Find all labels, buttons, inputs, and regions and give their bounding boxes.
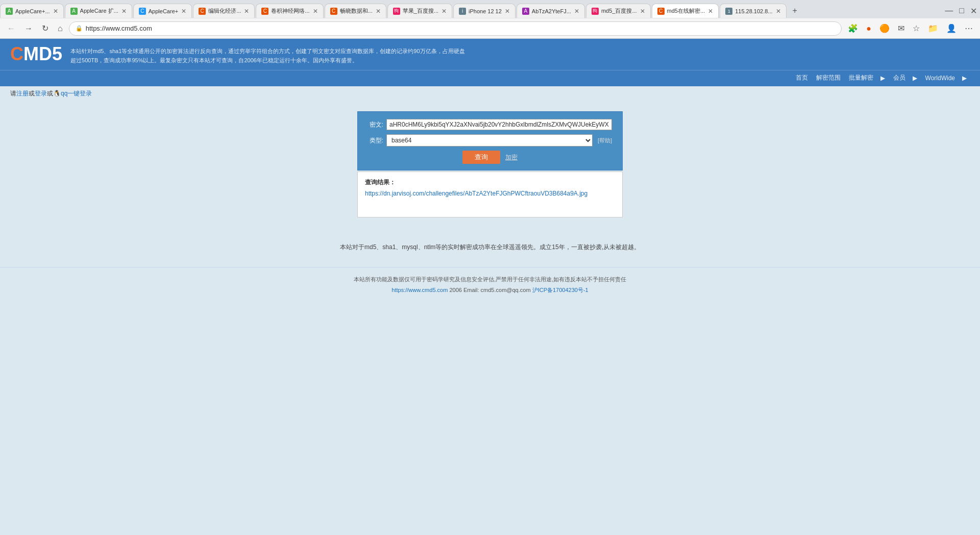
tab-11[interactable]: C md5在线解密... ✕ bbox=[652, 4, 719, 18]
site-description: 本站针对md5、sha1等全球通用公开的加密算法进行反向查询，通过穷举字符组合的… bbox=[70, 45, 469, 65]
nav-actions: 🧩 ● 🟠 ✉ ☆ 📁 👤 ⋯ bbox=[845, 21, 976, 35]
tab-1[interactable]: A AppleCare+... ✕ bbox=[0, 4, 64, 18]
user-button[interactable]: 👤 bbox=[943, 21, 960, 35]
menu-button[interactable]: ⋯ bbox=[962, 21, 976, 35]
nav-member-arrow: ▶ bbox=[910, 74, 920, 83]
minimize-button[interactable]: — bbox=[942, 4, 956, 17]
tab-close-1[interactable]: ✕ bbox=[53, 8, 58, 15]
login-or-2: 或 bbox=[47, 90, 53, 97]
close-window-button[interactable]: ✕ bbox=[967, 4, 980, 18]
account-button[interactable]: 🟠 bbox=[876, 21, 893, 35]
tab-3[interactable]: C AppleCare+ ✕ bbox=[133, 4, 192, 18]
nav-worldwide[interactable]: WorldWide bbox=[922, 74, 958, 83]
tab-close-8[interactable]: ✕ bbox=[505, 8, 510, 15]
forward-button[interactable]: → bbox=[21, 22, 36, 35]
nav-batch-decrypt[interactable]: 批量解密 bbox=[846, 72, 876, 83]
tab-close-6[interactable]: ✕ bbox=[376, 8, 381, 15]
tab-close-5[interactable]: ✕ bbox=[313, 8, 318, 15]
tab-favicon-1: A bbox=[6, 8, 13, 15]
tab-label-9: AbTzA2YteFJ... bbox=[532, 8, 571, 14]
login-link[interactable]: 登录 bbox=[35, 90, 47, 97]
cipher-input[interactable] bbox=[386, 119, 612, 130]
qq-icon: 🐧 bbox=[53, 90, 61, 97]
tab-5[interactable]: C 卷积神经网络... ✕ bbox=[256, 4, 323, 18]
query-button[interactable]: 查询 bbox=[462, 151, 500, 164]
nav-member[interactable]: 会员 bbox=[890, 72, 909, 83]
nav-home[interactable]: 首页 bbox=[793, 72, 811, 83]
nav-decrypt-range[interactable]: 解密范围 bbox=[813, 72, 844, 83]
nav-worldwide-arrow: ▶ bbox=[959, 74, 970, 83]
new-tab-button[interactable]: + bbox=[790, 4, 800, 17]
tab-12[interactable]: 1 115.28.102.8... ✕ bbox=[720, 4, 786, 18]
tab-close-11[interactable]: ✕ bbox=[708, 8, 713, 15]
maximize-button[interactable]: □ bbox=[956, 4, 967, 17]
home-button[interactable]: ⌂ bbox=[55, 22, 66, 35]
search-box: 密文: 类型: base64 md5 sha1 sha256 mysql ntl… bbox=[357, 111, 623, 171]
logo-c: C bbox=[10, 43, 23, 64]
back-button[interactable]: ← bbox=[4, 22, 18, 35]
tab-favicon-3: C bbox=[139, 8, 146, 15]
tab-favicon-4: C bbox=[199, 8, 206, 15]
address-bar[interactable]: 🔒 https://www.cmd5.com bbox=[69, 21, 842, 36]
footer-links: https://www.cmd5.com 2006 Email: cmd5.co… bbox=[10, 286, 970, 294]
tab-10[interactable]: 狗 md5_百度搜... ✕ bbox=[586, 4, 651, 18]
top-nav: 首页 解密范围 批量解密 ▶ 会员 ▶ WorldWide ▶ bbox=[0, 70, 980, 86]
logo-rest: MD5 bbox=[23, 43, 62, 64]
tab-label-5: 卷积神经网络... bbox=[271, 7, 309, 15]
site-header: CMD5 本站针对md5、sha1等全球通用公开的加密算法进行反向查询，通过穷举… bbox=[0, 39, 980, 70]
tab-label-12: 115.28.102.8... bbox=[735, 8, 772, 14]
result-box: 查询结果： https://dn.jarvisoj.com/challengef… bbox=[357, 172, 623, 217]
footer-email: Email: cmd5.com@qq.com bbox=[463, 287, 531, 293]
result-title: 查询结果： bbox=[365, 178, 615, 187]
tab-close-7[interactable]: ✕ bbox=[442, 8, 447, 15]
tab-close-9[interactable]: ✕ bbox=[574, 8, 579, 15]
favorites-button[interactable]: ☆ bbox=[910, 21, 923, 35]
tab-2[interactable]: A AppleCare 扩... ✕ bbox=[65, 4, 132, 18]
profile-button[interactable]: ● bbox=[863, 22, 874, 35]
tab-favicon-8: i bbox=[459, 8, 466, 15]
collections-button[interactable]: 📁 bbox=[925, 21, 941, 35]
result-content: https://dn.jarvisoj.com/challengefiles/A… bbox=[365, 190, 615, 197]
register-link[interactable]: 注册 bbox=[16, 90, 29, 97]
tab-favicon-12: 1 bbox=[725, 8, 732, 15]
nav-bar: ← → ↻ ⌂ 🔒 https://www.cmd5.com 🧩 ● 🟠 ✉ ☆… bbox=[0, 18, 980, 39]
tab-label-8: iPhone 12 12 bbox=[469, 8, 502, 14]
extensions-button[interactable]: 🧩 bbox=[845, 21, 861, 35]
tab-7[interactable]: 狗 苹果_百度搜... ✕ bbox=[387, 4, 452, 18]
tab-close-4[interactable]: ✕ bbox=[244, 8, 249, 15]
page-content: CMD5 本站针对md5、sha1等全球通用公开的加密算法进行反向查询，通过穷举… bbox=[0, 39, 980, 535]
nav-batch-arrow: ▶ bbox=[877, 74, 888, 83]
tab-4[interactable]: C 编辑化经济... ✕ bbox=[193, 4, 255, 18]
tab-close-10[interactable]: ✕ bbox=[640, 8, 645, 15]
cipher-row: 密文: bbox=[368, 119, 612, 130]
tab-close-2[interactable]: ✕ bbox=[121, 8, 127, 15]
browser-chrome: A AppleCare+... ✕ A AppleCare 扩... ✕ C A… bbox=[0, 0, 980, 39]
copyright-text: 本站所有功能及数据仅可用于密码学研究及信息安全评估,严禁用于任何非法用途,如有违… bbox=[10, 276, 970, 283]
icp-link[interactable]: 沪ICP备17004230号-1 bbox=[532, 287, 589, 293]
tab-close-12[interactable]: ✕ bbox=[776, 8, 781, 15]
help-link[interactable]: [帮助] bbox=[598, 137, 612, 144]
tab-label-6: 畅晓数据和... bbox=[340, 7, 373, 15]
tab-label-10: md5_百度搜... bbox=[601, 7, 637, 15]
tab-6[interactable]: C 畅晓数据和... ✕ bbox=[325, 4, 386, 18]
footer-year-text: 2006 bbox=[449, 287, 461, 293]
tab-label-3: AppleCare+ bbox=[149, 8, 178, 14]
reload-button[interactable]: ↻ bbox=[39, 21, 52, 35]
tab-favicon-11: C bbox=[657, 8, 665, 15]
qq-login-link[interactable]: qq一键登录 bbox=[61, 90, 92, 97]
tab-favicon-6: C bbox=[330, 8, 337, 15]
lock-icon: 🔒 bbox=[76, 25, 83, 32]
encrypt-button[interactable]: 加密 bbox=[505, 153, 518, 162]
form-wrapper: 密文: 类型: base64 md5 sha1 sha256 mysql ntl… bbox=[357, 111, 623, 217]
footer-website-link[interactable]: https://www.cmd5.com bbox=[391, 287, 448, 293]
tab-label-7: 苹果_百度搜... bbox=[403, 7, 438, 15]
mail-button[interactable]: ✉ bbox=[895, 21, 908, 35]
type-select[interactable]: base64 md5 sha1 sha256 mysql ntlm bbox=[386, 134, 593, 147]
tab-close-3[interactable]: ✕ bbox=[181, 8, 186, 15]
tab-8[interactable]: i iPhone 12 12 ✕ bbox=[453, 4, 516, 18]
tab-favicon-9: A bbox=[522, 8, 529, 15]
tab-favicon-10: 狗 bbox=[592, 8, 599, 15]
button-row: 查询 加密 bbox=[368, 151, 612, 164]
type-row: 类型: base64 md5 sha1 sha256 mysql ntlm [帮… bbox=[368, 134, 612, 147]
tab-9[interactable]: A AbTzA2YteFJ... ✕ bbox=[517, 4, 585, 18]
